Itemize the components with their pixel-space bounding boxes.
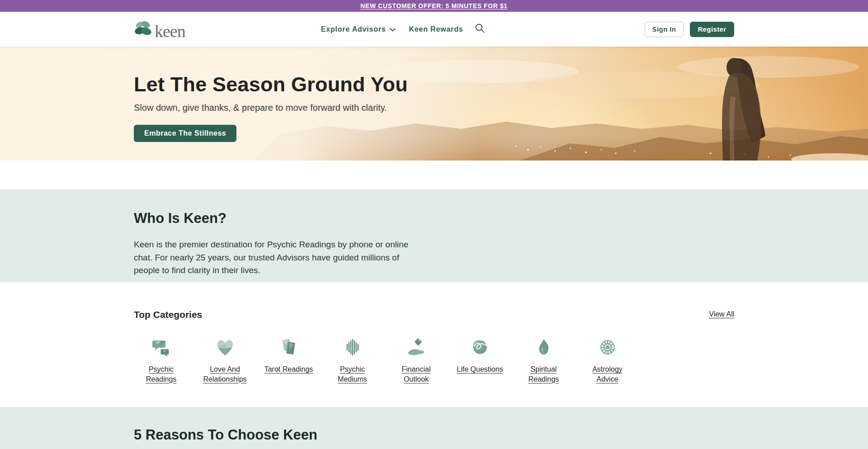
- category-tarot-readings[interactable]: Tarot Readings: [257, 336, 321, 384]
- chat-bubbles-icon: [150, 336, 173, 359]
- sound-waves-icon: [341, 336, 364, 359]
- top-categories-section: Top Categories View All Psychic Readings…: [0, 282, 868, 407]
- category-label: Spiritual Readings: [517, 364, 571, 384]
- register-button[interactable]: Register: [690, 22, 734, 37]
- who-is-keen-title: Who Is Keen?: [134, 210, 734, 227]
- keen-logo[interactable]: keen: [134, 20, 185, 38]
- five-reasons-title: 5 Reasons To Choose Keen: [134, 427, 734, 443]
- who-is-keen-section: Who Is Keen? Keen is the premier destina…: [0, 189, 868, 282]
- hand-diamond-icon: [405, 336, 428, 359]
- category-psychic-mediums[interactable]: Psychic Mediums: [321, 336, 384, 384]
- view-all-link[interactable]: View All: [709, 310, 734, 318]
- category-label: Love And Relationships: [198, 364, 252, 384]
- sign-in-button[interactable]: Sign In: [645, 22, 684, 37]
- auth-buttons: Sign In Register: [645, 22, 734, 37]
- promo-banner: NEW CUSTOMER OFFER: 5 MINUTES FOR $1: [0, 0, 868, 12]
- five-reasons-section: 5 Reasons To Choose Keen: [0, 407, 868, 449]
- header-inner: keen Explore Advisors Keen Rewards: [134, 12, 734, 47]
- nav-explore-advisors[interactable]: Explore Advisors: [321, 25, 396, 33]
- search-button[interactable]: [475, 23, 485, 35]
- category-love-and-relationships[interactable]: Love And Relationships: [193, 336, 257, 384]
- who-is-keen-body: Keen is the premier destination for Psyc…: [134, 238, 427, 277]
- category-label: Financial Outlook: [390, 364, 443, 384]
- category-psychic-readings[interactable]: Psychic Readings: [129, 336, 193, 384]
- heart-icon: [213, 336, 237, 359]
- yarn-sphere-icon: [468, 336, 492, 359]
- category-label: Astrology Advice: [581, 364, 634, 384]
- category-astrology-advice[interactable]: Astrology Advice: [576, 336, 639, 384]
- nav-keen-rewards[interactable]: Keen Rewards: [409, 25, 463, 33]
- hero-title: Let The Season Ground You: [134, 73, 868, 96]
- chevron-down-icon: [390, 25, 396, 33]
- spacer: [0, 161, 868, 189]
- nav-explore-advisors-label: Explore Advisors: [321, 25, 386, 33]
- promo-offer-link[interactable]: NEW CUSTOMER OFFER: 5 MINUTES FOR $1: [360, 2, 507, 9]
- category-label: Psychic Mediums: [326, 364, 379, 384]
- category-financial-outlook[interactable]: Financial Outlook: [384, 336, 448, 384]
- hero-copy: Let The Season Ground You Slow down, giv…: [0, 47, 868, 142]
- category-label: Life Questions: [457, 364, 503, 374]
- top-categories-title: Top Categories: [134, 309, 734, 320]
- site-header: keen Explore Advisors Keen Rewards: [0, 12, 868, 47]
- keen-petals-icon: [134, 20, 153, 38]
- zodiac-wheel-icon: [596, 336, 619, 359]
- hero-section: Let The Season Ground You Slow down, giv…: [0, 47, 868, 161]
- category-row: Psychic Readings Love And Relationships …: [129, 336, 734, 384]
- category-label: Tarot Readings: [264, 364, 313, 374]
- category-label: Psychic Readings: [135, 364, 188, 384]
- keen-wordmark: keen: [155, 24, 185, 38]
- main-nav: Explore Advisors Keen Rewards: [321, 23, 486, 35]
- nav-keen-rewards-label: Keen Rewards: [409, 25, 463, 33]
- hero-cta-button[interactable]: Embrace The Stillness: [134, 125, 236, 142]
- tarot-cards-icon: [277, 336, 301, 359]
- category-life-questions[interactable]: Life Questions: [448, 336, 512, 384]
- category-spiritual-readings[interactable]: Spiritual Readings: [512, 336, 576, 384]
- flame-icon: [532, 336, 556, 359]
- hero-subtitle: Slow down, give thanks, & prepare to mov…: [134, 103, 868, 113]
- search-icon: [475, 23, 485, 35]
